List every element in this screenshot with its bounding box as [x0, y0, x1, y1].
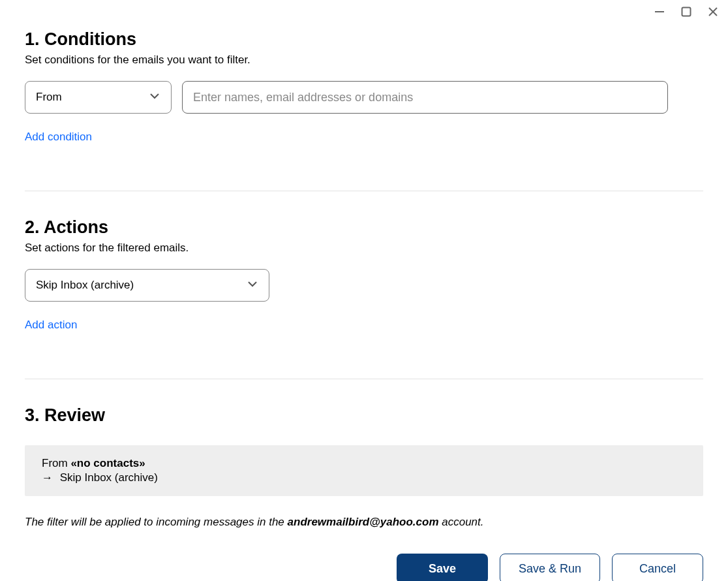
cancel-button[interactable]: Cancel — [612, 554, 703, 581]
chevron-down-icon — [247, 278, 258, 293]
review-from-line: From «no contacts» — [42, 457, 686, 470]
conditions-title: 1. Conditions — [25, 29, 703, 50]
svg-rect-1 — [682, 8, 691, 16]
minimize-icon[interactable] — [654, 7, 665, 17]
actions-title: 2. Actions — [25, 217, 703, 238]
conditions-desc: Set conditions for the emails you want t… — [25, 54, 703, 67]
review-action-line: → Skip Inbox (archive) — [42, 471, 686, 484]
review-summary-box: From «no contacts» → Skip Inbox (archive… — [25, 445, 703, 496]
action-value: Skip Inbox (archive) — [36, 279, 134, 292]
save-button[interactable]: Save — [397, 554, 488, 581]
divider — [25, 191, 703, 191]
chevron-down-icon — [149, 90, 160, 105]
review-title: 3. Review — [25, 405, 703, 426]
action-select[interactable]: Skip Inbox (archive) — [25, 269, 269, 302]
arrow-icon: → — [42, 471, 53, 484]
condition-type-value: From — [36, 91, 62, 104]
maximize-icon[interactable] — [681, 7, 691, 17]
add-condition-link[interactable]: Add condition — [25, 131, 92, 144]
divider — [25, 379, 703, 379]
account-note: The filter will be applied to incoming m… — [25, 516, 703, 529]
condition-type-select[interactable]: From — [25, 81, 172, 114]
save-run-button[interactable]: Save & Run — [500, 554, 600, 581]
actions-desc: Set actions for the filtered emails. — [25, 242, 703, 255]
condition-value-input[interactable] — [182, 81, 668, 114]
close-icon[interactable] — [708, 7, 718, 17]
add-action-link[interactable]: Add action — [25, 319, 77, 332]
